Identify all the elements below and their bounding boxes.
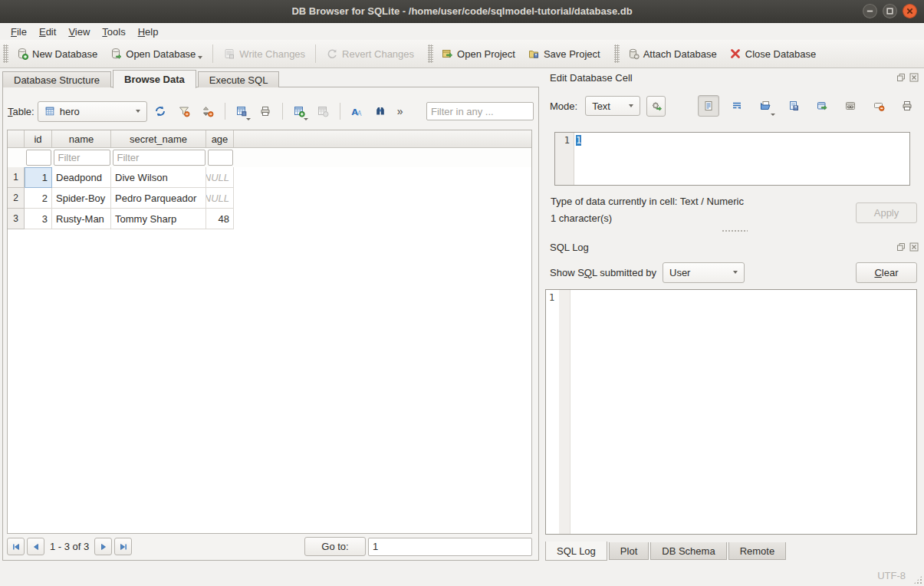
auto-apply-button[interactable] [646,96,666,117]
save-project-button[interactable]: Save Project [521,44,607,64]
print-cell-button[interactable] [896,95,918,117]
cell-editor-content[interactable]: 1 [574,133,909,185]
refresh-button[interactable] [150,101,171,122]
menu-help[interactable]: Help [132,25,165,39]
clear-log-button[interactable]: Clear [856,262,917,283]
close-database-button[interactable]: Close Database [723,44,823,64]
tab-database-structure[interactable]: Database Structure [2,71,111,87]
last-page-button[interactable] [114,538,132,555]
goto-input[interactable] [368,538,532,556]
write-changes-label: Write Changes [239,48,305,60]
clear-sorting-button[interactable] [198,101,219,122]
prev-page-button[interactable] [27,538,44,555]
import-data-button[interactable] [755,95,776,117]
cell-name[interactable]: Deadpond [52,167,111,188]
row-number[interactable]: 1 [8,167,25,188]
open-project-button[interactable]: Open Project [435,44,521,64]
submitted-by-select[interactable]: User [663,262,745,283]
set-null-button[interactable] [868,95,889,117]
sql-log-editor[interactable]: 1 [545,289,917,535]
attach-database-button[interactable]: Attach Database [621,44,723,64]
cell-secret-name[interactable]: Dive Wilson [111,167,206,188]
dock-splitter[interactable] [544,228,924,234]
find-button[interactable] [370,101,391,122]
cell-secret-name[interactable]: Pedro Parqueador [111,188,206,209]
open-external-button[interactable] [811,95,833,117]
tab-plot[interactable]: Plot [609,542,649,560]
export-data-button[interactable] [783,95,804,117]
toolbar-handle[interactable] [428,44,433,63]
maximize-button[interactable] [882,3,898,19]
write-changes-button[interactable]: Write Changes [217,44,311,64]
print-button[interactable] [255,101,276,122]
toolbar-handle[interactable] [3,44,8,63]
clear-filters-button[interactable] [174,101,195,122]
tab-execute-sql[interactable]: Execute SQL [198,71,280,87]
filter-any-input[interactable] [426,102,534,120]
tab-remote[interactable]: Remote [728,542,787,560]
mode-select[interactable]: Text [585,96,640,116]
encoding-indicator[interactable]: UTF-8 [877,570,906,581]
close-database-label: Close Database [745,48,817,60]
font-settings-button[interactable]: AA [347,101,367,122]
cell-age[interactable]: NULL [206,167,234,188]
filter-input-secret-name[interactable] [113,150,206,166]
close-database-icon [729,48,742,60]
new-database-button[interactable]: New Database [10,44,104,64]
tab-browse-data[interactable]: Browse Data [113,70,196,88]
cell-age[interactable]: NULL [206,188,234,209]
column-header-age[interactable]: age [206,130,234,147]
sql-log-panel-header: SQL Log [550,240,919,254]
goto-button[interactable]: Go to: [304,537,366,556]
cell-editor[interactable]: 1 1 [554,132,910,186]
sql-log-fold-margin [559,290,571,534]
filter-input-age[interactable] [208,150,233,166]
link-button[interactable] [840,95,861,117]
cell-age[interactable]: 48 [206,209,234,229]
cell-name[interactable]: Spider-Boy [52,188,111,209]
toolbar-handle[interactable] [614,44,620,63]
text-mode-button[interactable] [698,95,719,117]
menu-file[interactable]: File [5,25,33,39]
column-header-name[interactable]: name [52,130,111,147]
tab-db-schema[interactable]: DB Schema [650,542,726,560]
close-panel-button[interactable] [909,72,919,83]
revert-changes-button[interactable]: Revert Changes [320,44,420,64]
new-record-button[interactable] [289,101,310,122]
column-header-id[interactable]: id [25,130,52,147]
row-number[interactable]: 2 [8,188,25,209]
row-number[interactable]: 3 [8,209,25,229]
toolbar-separator [212,44,213,63]
open-database-button[interactable]: Open Database [104,44,209,64]
minimize-button[interactable] [862,3,878,19]
save-table-button[interactable] [232,101,252,122]
close-panel-button[interactable] [909,242,919,252]
cell-secret-name[interactable]: Tommy Sharp [111,209,206,229]
overflow-chevron-icon[interactable] [394,105,406,117]
cell-name[interactable]: Rusty-Man [52,209,111,229]
open-database-dropdown-caret[interactable] [198,56,202,59]
close-button[interactable] [902,3,918,19]
delete-record-icon [317,105,329,117]
grid-corner[interactable] [8,130,25,147]
cell-id[interactable]: 3 [25,209,52,229]
float-panel-button[interactable] [896,242,906,252]
table-select[interactable]: hero [38,101,147,122]
delete-record-button[interactable] [313,101,334,122]
filter-input-name[interactable] [54,150,110,166]
sql-log-content[interactable] [571,290,916,534]
cell-id[interactable]: 2 [25,188,52,209]
next-page-button[interactable] [94,538,112,555]
word-wrap-button[interactable] [726,95,748,117]
attach-database-icon [627,48,640,60]
filter-input-id[interactable] [26,150,51,166]
menu-edit[interactable]: Edit [33,25,62,39]
menu-view[interactable]: View [62,25,96,39]
apply-button[interactable]: Apply [856,202,917,223]
tab-sql-log[interactable]: SQL Log [545,542,607,561]
menu-tools[interactable]: Tools [96,25,131,39]
cell-id[interactable]: 1 [25,167,52,188]
column-header-secret-name[interactable]: secret_name [111,130,206,147]
float-panel-button[interactable] [896,72,906,83]
first-page-button[interactable] [7,538,25,555]
